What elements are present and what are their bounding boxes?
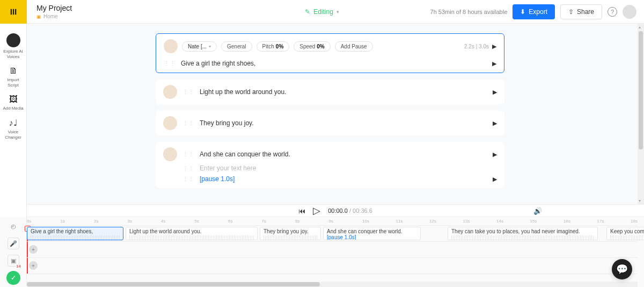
project-header: My Project ▣ Home: [27, 4, 72, 19]
timeline-clip[interactable]: Give a girl the right shoes,: [27, 227, 123, 240]
timeline-clip[interactable]: They bring you joy.: [260, 227, 321, 240]
ruler-tick: 15s: [530, 219, 537, 224]
timeline-ruler[interactable]: 0s1s2s3s4s5s6s7s8s9s10s11s12s13s14s15s16…: [27, 217, 638, 226]
audio-track[interactable]: Give a girl the right shoes,Light up the…: [27, 226, 638, 242]
media-track-1[interactable]: +: [27, 242, 638, 258]
add-pause-button[interactable]: Add Pause: [335, 41, 373, 52]
ruler-tick: 8s: [295, 219, 299, 224]
pause-tag[interactable]: [pause 1.0s]: [200, 175, 235, 183]
playback-time: 00:00.0 / 00:36.6: [328, 207, 372, 214]
chevron-up-icon[interactable]: ▴: [639, 25, 641, 30]
scrollbar-thumb[interactable]: [27, 282, 320, 286]
ruler-tick: 17s: [597, 219, 604, 224]
skip-back-icon[interactable]: ⏮: [298, 207, 305, 215]
drag-handle-icon[interactable]: ⋮⋮: [182, 176, 194, 183]
add-clip-button[interactable]: +: [29, 245, 38, 254]
play-icon[interactable]: ▶: [492, 43, 496, 50]
vertical-scrollbar[interactable]: ▴ ▾: [638, 24, 644, 204]
drag-handle-icon[interactable]: ⋮⋮: [182, 89, 194, 96]
text-block-active[interactable]: Nate [... ▾ General Pitch 0% Speed 0% Ad…: [156, 33, 504, 73]
play-icon[interactable]: ▶: [493, 89, 497, 96]
play-icon[interactable]: ▶: [493, 176, 497, 183]
drag-handle-icon[interactable]: ⋮⋮: [164, 60, 175, 67]
breadcrumb[interactable]: ▣ Home: [36, 13, 72, 19]
marker-label: 14: [16, 264, 21, 269]
block-toolbar: Nate [... ▾ General Pitch 0% Speed 0% Ad…: [156, 34, 504, 55]
chevron-down-icon[interactable]: ▾: [639, 198, 641, 203]
voice-selector[interactable]: Nate [... ▾: [182, 41, 217, 52]
mic-icon[interactable]: 🎤: [8, 238, 19, 249]
block-text[interactable]: They bring you joy.: [200, 119, 487, 127]
drag-handle-icon[interactable]: ⋮⋮: [182, 165, 194, 172]
speed-pill[interactable]: Speed 0%: [294, 41, 330, 52]
block-timing: 2.2s | 3.0s ▶: [464, 43, 496, 50]
ruler-tick: 1s: [61, 219, 65, 224]
export-button[interactable]: ⬇ Export: [513, 4, 555, 19]
block-text[interactable]: And she can conquer the world.: [200, 150, 487, 158]
ruler-tick: 6s: [228, 219, 232, 224]
sidebar-item-explore-voices[interactable]: Explore AI Voices: [0, 30, 26, 63]
play-icon[interactable]: ▷: [313, 205, 320, 217]
voice-name: Nate [...: [188, 44, 207, 49]
block-text[interactable]: Give a girl the right shoes,: [181, 60, 487, 67]
sidebar-label: Import Script: [1, 77, 25, 88]
ruler-tick: 14s: [496, 219, 503, 224]
pitch-pill[interactable]: Pitch 0%: [257, 41, 290, 52]
general-pill[interactable]: General: [221, 41, 252, 52]
editor-canvas: Nate [... ▾ General Pitch 0% Speed 0% Ad…: [27, 24, 644, 204]
ruler-tick: 10s: [362, 219, 369, 224]
timeline: ◴ 🎤 ▣ 14 ✓ 0s1s2s3s4s5s6s7s8s9s10s11s12s…: [0, 217, 644, 287]
timeline-tools: ◴ 🎤 ▣ 14 ✓: [0, 217, 27, 287]
sidebar-item-voice-changer[interactable]: ♪♩ Voice Changer: [0, 114, 26, 144]
speed-value: 0%: [317, 44, 324, 49]
play-icon[interactable]: ▶: [493, 151, 497, 158]
text-block-expanded[interactable]: ⋮⋮ And she can conquer the world. ▶ ⋮⋮ E…: [156, 142, 504, 188]
volume-icon[interactable]: 🔊: [533, 207, 542, 215]
timeline-clip[interactable]: They can take you to places, you had nev…: [448, 227, 598, 240]
play-icon[interactable]: ▶: [493, 120, 497, 127]
chat-icon: 💬: [616, 263, 628, 275]
ruler-tick: 13s: [463, 219, 470, 224]
app-logo[interactable]: [0, 0, 27, 24]
voice-avatar: [164, 39, 178, 53]
block-body[interactable]: ⋮⋮ Give a girl the right shoes, ▶: [156, 55, 504, 73]
play-icon[interactable]: ▶: [492, 60, 496, 67]
logo-icon: [9, 7, 18, 17]
timeline-clip[interactable]: And she can conquer the world. [pause 1.…: [323, 227, 421, 240]
share-label: Share: [577, 8, 594, 16]
add-clip-button[interactable]: +: [29, 261, 38, 270]
horizontal-scrollbar[interactable]: [27, 282, 638, 287]
waveform-icon: [264, 235, 317, 240]
waveform-icon: [451, 235, 594, 240]
check-icon[interactable]: ✓: [6, 271, 20, 285]
chat-button[interactable]: 💬: [612, 259, 632, 279]
ruler-tick: 4s: [161, 219, 165, 224]
scrollbar-thumb[interactable]: [639, 31, 643, 149]
help-button[interactable]: ?: [608, 7, 617, 17]
clip-text: They bring you joy.: [264, 228, 309, 234]
drag-handle-icon[interactable]: ⋮⋮: [182, 151, 194, 158]
project-title[interactable]: My Project: [36, 4, 72, 12]
top-right-actions: 7h 53min of 8 hours available ⬇ Export ⇪…: [430, 4, 644, 19]
media-track-2[interactable]: +: [27, 258, 638, 274]
waveform-icon: [129, 235, 254, 240]
pitch-value: 0%: [276, 44, 283, 49]
drag-handle-icon[interactable]: ⋮⋮: [182, 120, 194, 127]
ruler-tick: 3s: [128, 219, 132, 224]
status-label: Editing: [313, 8, 333, 16]
timeline-clip[interactable]: Light up the world around you.: [126, 227, 258, 240]
timing-text: 2.2s | 3.0s: [464, 44, 489, 49]
status-indicator[interactable]: ✎ Editing ▾: [305, 8, 339, 16]
sidebar-item-import-script[interactable]: 🗎 Import Script: [0, 63, 26, 91]
timer-icon[interactable]: ◴: [8, 220, 19, 232]
text-block[interactable]: ⋮⋮ They bring you joy. ▶: [156, 111, 504, 135]
share-button[interactable]: ⇪ Share: [560, 4, 602, 19]
block-text-placeholder[interactable]: Enter your text here: [200, 164, 497, 172]
pencil-icon: ✎: [305, 8, 310, 16]
block-text[interactable]: Light up the world around you.: [200, 88, 487, 96]
timeline-clip[interactable]: Keep you com: [606, 227, 644, 240]
sidebar-item-add-media[interactable]: 🖼 Add Media: [2, 91, 24, 114]
ruler-tick: 18s: [631, 219, 638, 224]
user-avatar[interactable]: [623, 5, 636, 19]
text-block[interactable]: ⋮⋮ Light up the world around you. ▶: [156, 80, 504, 104]
